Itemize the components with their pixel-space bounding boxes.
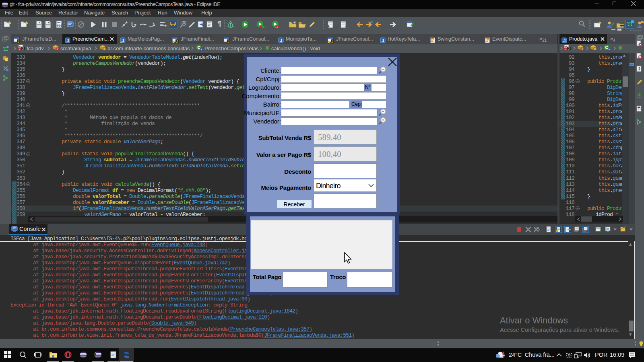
svg-text:C: C <box>605 45 608 50</box>
svg-text:J: J <box>638 67 640 71</box>
svg-text:GIT: GIT <box>620 25 624 28</box>
svg-text:01: 01 <box>431 38 435 41</box>
svg-text:J: J <box>568 47 570 50</box>
svg-text:010: 010 <box>57 24 62 27</box>
svg-text:J: J <box>67 39 69 43</box>
svg-text:C: C <box>198 45 200 50</box>
svg-text:01: 01 <box>486 38 489 41</box>
svg-text:J: J <box>280 39 283 43</box>
svg-text:J: J <box>382 39 384 43</box>
svg-text:J: J <box>122 39 124 43</box>
svg-text:J: J <box>564 39 566 43</box>
svg-text:J: J <box>176 39 178 43</box>
svg-text:J: J <box>331 39 333 43</box>
svg-text:J: J <box>17 39 19 43</box>
svg-text:J: J <box>22 47 24 50</box>
svg-text:J: J <box>227 39 229 43</box>
